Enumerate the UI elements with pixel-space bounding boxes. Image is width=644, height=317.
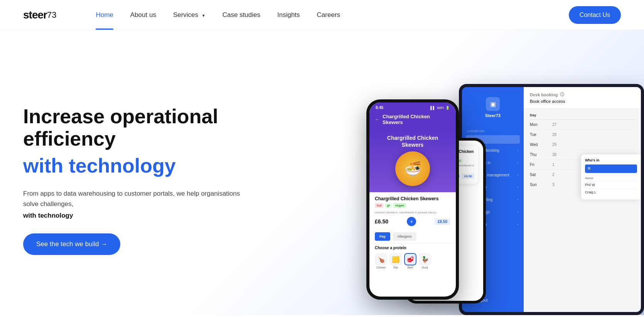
phone-food-image: 🍜: [395, 151, 430, 186]
tablet-book-label: Book office access: [530, 99, 635, 104]
phone-pay-button[interactable]: Pay: [375, 232, 390, 241]
chevron-right-icon: ›: [517, 210, 518, 214]
day-name: Fri: [530, 163, 549, 167]
day-number: 1: [552, 163, 555, 167]
phone-food-card: Chargrilled Chicken Skewers hot gf vegan…: [369, 192, 456, 230]
navbar: steer73 Home About us Services ▼ Case st…: [0, 0, 644, 30]
protein-option-tofu[interactable]: 🟨 Tofu: [389, 253, 402, 269]
who-name-2: Craig L: [585, 189, 637, 196]
day-number: 27: [552, 122, 556, 127]
tag-gf: gf: [385, 203, 392, 208]
phone-protein-options: 🍗 Chicken 🟨 Tofu 🥩 Beef 🦆: [375, 253, 450, 269]
logo-text: steer: [23, 9, 47, 21]
hero-cta-button[interactable]: See the tech we build →: [23, 233, 120, 255]
protein-option-duck[interactable]: 🦆 Duck: [419, 253, 431, 269]
beef-icon: 🥩: [404, 253, 416, 265]
day-number: 28: [552, 133, 556, 137]
phone-mockup-front: 8:45 ▌▌ WiFi 🔋 ← Chargrilled Chicken Ske…: [366, 99, 459, 300]
whos-in-header: Who's in: [585, 158, 637, 162]
phone-food-name: Chargrilled ChickenSkewers: [387, 134, 438, 148]
phone-time: 8:45: [376, 106, 383, 110]
dropdown-arrow-icon: ▼: [202, 13, 206, 18]
hero-description: From apps to data warehousing to custome…: [23, 188, 255, 209]
protein-option-chicken[interactable]: 🍗 Chicken: [375, 253, 387, 269]
tablet-info-icon: ⓘ: [560, 92, 564, 97]
phone-allergen-button[interactable]: Allergens: [393, 232, 416, 241]
phone-description: chicken skewers, smothered in peanut sau…: [375, 210, 450, 215]
hero-visual: ▣ Steer73 LOCATION 📅 Desk booking › 👥 Wh…: [335, 53, 644, 315]
day-name: Sat: [530, 173, 549, 177]
tablet-logo-icon: ▣: [486, 97, 500, 111]
logo-number: 73: [47, 10, 56, 20]
who-name-1: Phil W: [585, 181, 637, 189]
chevron-right-icon: ›: [517, 198, 518, 201]
phone-status-bar: 8:45 ▌▌ WiFi 🔋: [369, 102, 456, 111]
tablet-sidebar-header: ▣ Steer73: [462, 93, 524, 126]
tablet-mockup: ▣ Steer73 LOCATION 📅 Desk booking › 👥 Wh…: [459, 84, 644, 315]
phone-price-badge: £6.50: [435, 218, 450, 225]
phone-add-button[interactable]: +: [407, 217, 416, 226]
nav-link-about[interactable]: About us: [122, 0, 165, 30]
phone-protein-section: Choose a protein 🍗 Chicken 🟨 Tofu 🥩 B: [369, 243, 456, 271]
who-search-bar[interactable]: 🔍: [585, 164, 637, 173]
battery-icon: 🔋: [445, 106, 450, 110]
phone-card-title: Chargrilled Chicken Skewers: [375, 196, 450, 201]
phone-screen-title: Chargrilled Chicken Skewers: [383, 114, 450, 125]
nav-link-insights[interactable]: Insights: [269, 0, 309, 30]
day-name: Wed: [530, 143, 549, 147]
tag-vegan: vegan: [393, 203, 406, 208]
day-number: 2: [552, 173, 555, 177]
hero-title-main: Increase operational efficiency: [23, 106, 255, 149]
hero-content: Increase operational efficiency with tec…: [23, 90, 255, 255]
nav-link-home[interactable]: Home: [87, 0, 121, 30]
protein-name-duck: Duck: [422, 266, 428, 269]
protein-name-chicken: Chicken: [376, 266, 386, 269]
tablet-content-header: Desk booking ⓘ Book office access: [524, 87, 641, 109]
tag-hot: hot: [375, 203, 383, 208]
logo[interactable]: steer73: [23, 9, 56, 21]
nav-item-case-studies[interactable]: Case studies: [214, 0, 269, 30]
day-name: Sun: [530, 183, 549, 187]
day-number: 30: [552, 153, 556, 157]
contact-button[interactable]: Contact Us: [569, 6, 621, 24]
tablet-section-label: LOCATION: [462, 126, 524, 134]
phone-price: £6.50: [375, 218, 388, 225]
nav-link-services[interactable]: Services ▼: [165, 0, 214, 30]
nav-link-case-studies[interactable]: Case studies: [214, 0, 269, 30]
table-row[interactable]: Mon 27: [530, 120, 635, 130]
chicken-icon: 🍗: [375, 253, 387, 265]
nav-item-insights[interactable]: Insights: [269, 0, 309, 30]
nav-link-careers[interactable]: Careers: [309, 0, 349, 30]
day-name: Thu: [530, 153, 549, 157]
signal-icon: ▌▌: [430, 106, 435, 110]
phone-action-buttons: Pay Allergens: [369, 230, 456, 243]
phone-inner: 8:45 ▌▌ WiFi 🔋 ← Chargrilled Chicken Ske…: [369, 102, 456, 297]
phone-status-icons: ▌▌ WiFi 🔋: [430, 106, 450, 110]
protein-option-beef[interactable]: 🥩 Beef: [404, 253, 416, 269]
chevron-right-icon: ›: [517, 173, 518, 177]
table-row[interactable]: Tue 28: [530, 130, 635, 140]
nav-item-about[interactable]: About us: [122, 0, 165, 30]
tablet-content-title: Desk booking ⓘ: [530, 92, 635, 97]
tofu-icon: 🟨: [389, 253, 402, 265]
table-row[interactable]: Wed 29: [530, 140, 635, 150]
nav-item-home[interactable]: Home: [87, 0, 121, 30]
phone-food-hero: Chargrilled ChickenSkewers 🍜: [369, 131, 456, 192]
hero-title-blue: with technology: [23, 154, 255, 178]
chevron-right-icon: ›: [517, 149, 518, 152]
duck-icon: 🦆: [419, 253, 431, 265]
chevron-right-icon: ›: [517, 161, 518, 164]
wifi-icon: WiFi: [437, 106, 444, 110]
hero-description-bold: with technology: [23, 212, 255, 220]
day-name: Tue: [530, 133, 549, 137]
tablet-desk-booking-title: Desk booking: [530, 92, 558, 97]
search-icon: 🔍: [587, 167, 592, 171]
back-icon[interactable]: ←: [375, 117, 379, 122]
protein-name-tofu: Tofu: [393, 266, 398, 269]
nav-item-careers[interactable]: Careers: [309, 0, 349, 30]
nav-item-services[interactable]: Services ▼: [165, 0, 214, 30]
day-name: Mon: [530, 122, 549, 127]
phone-price-row: £6.50 + £6.50: [375, 217, 450, 226]
whos-in-panel: Who's in 🔍 Name Phil W Craig L: [581, 154, 641, 200]
pbi-price-badge: £6.50: [462, 174, 474, 179]
